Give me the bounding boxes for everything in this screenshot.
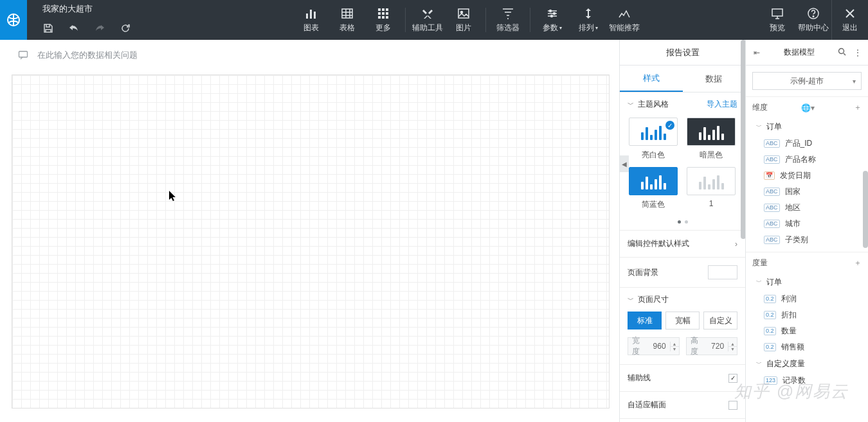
datasource-select[interactable]: 示例-超市▾ bbox=[752, 72, 862, 90]
section-snap: 自适应幅面 bbox=[620, 392, 745, 419]
size-custom[interactable]: 自定义 bbox=[703, 312, 737, 330]
globe-icon[interactable]: 🌐▾ bbox=[801, 103, 815, 112]
toolbar-tools[interactable]: 辅助工具 bbox=[410, 0, 446, 40]
redo-icon bbox=[94, 22, 105, 34]
field[interactable]: 0.2销售额 bbox=[746, 339, 868, 355]
add-dimension[interactable]: ＋ bbox=[854, 102, 862, 113]
toolbar-help[interactable]: 帮助中心 bbox=[795, 0, 831, 40]
undo-icon[interactable] bbox=[68, 22, 80, 34]
toolbar-sep bbox=[530, 8, 530, 32]
toolbar-table[interactable]: 表格 bbox=[329, 0, 365, 40]
toolbar-filter[interactable]: 筛选器 bbox=[490, 0, 526, 40]
theme-pager[interactable] bbox=[629, 216, 736, 225]
field[interactable]: ABC子类别 bbox=[746, 232, 868, 248]
chevron-down-icon: ▾ bbox=[559, 25, 562, 31]
node-order-dim[interactable]: ﹀订单 bbox=[746, 118, 868, 136]
toolbar-more[interactable]: 更多 bbox=[365, 0, 401, 40]
save-icon[interactable] bbox=[42, 22, 54, 34]
toolbar-chart[interactable]: 图表 bbox=[293, 0, 329, 40]
guide-checkbox[interactable]: ✓ bbox=[728, 374, 737, 383]
toolbar-exit-label: 退出 bbox=[842, 22, 858, 33]
main-toolbar: 图表 表格 更多 辅助工具 图片 筛选器 参数▾ 排列▾ 智能推荐 bbox=[293, 0, 642, 40]
toolbar-smart[interactable]: 智能推荐 bbox=[606, 0, 642, 40]
field[interactable]: 0.2利润 bbox=[746, 291, 868, 307]
field[interactable]: ABC产品_ID bbox=[746, 136, 868, 152]
theme-one[interactable]: 1 bbox=[687, 167, 736, 210]
field[interactable]: 123记录数 bbox=[746, 373, 868, 389]
svg-rect-22 bbox=[19, 51, 28, 57]
svg-rect-7 bbox=[386, 8, 388, 11]
snap-label: 自适应幅面 bbox=[628, 400, 666, 410]
theme-dark[interactable]: 暗黑色 bbox=[687, 118, 736, 161]
svg-point-17 bbox=[554, 12, 556, 14]
dimensions-group: 维度🌐▾＋ ﹀订单 ABC产品_ID ABC产品名称 📅发货日期 ABC国家 A… bbox=[746, 96, 868, 248]
chevron-down-icon[interactable]: ﹀ bbox=[628, 100, 634, 109]
bg-color-swatch[interactable] bbox=[708, 265, 737, 279]
toolbar-param-label: 参数 bbox=[543, 22, 558, 33]
node-order-meas[interactable]: ﹀订单 bbox=[746, 274, 868, 291]
app-logo[interactable] bbox=[0, 0, 27, 40]
quick-actions bbox=[42, 13, 131, 40]
snap-checkbox[interactable] bbox=[728, 401, 737, 410]
field[interactable]: ABC城市 bbox=[746, 216, 868, 232]
svg-rect-10 bbox=[386, 12, 388, 15]
section-control-style[interactable]: 编辑控件默认样式› bbox=[620, 231, 745, 258]
toolbar-param[interactable]: 参数▾ bbox=[534, 0, 570, 40]
field[interactable]: 0.2数量 bbox=[746, 323, 868, 339]
calendar-icon: 📅 bbox=[764, 171, 775, 180]
size-standard[interactable]: 标准 bbox=[628, 312, 662, 330]
toolbar-sep bbox=[485, 8, 486, 32]
toolbar-sep bbox=[405, 8, 406, 32]
tab-data[interactable]: 数据 bbox=[683, 66, 746, 92]
node-custom-measure[interactable]: ﹀自定义度量 bbox=[746, 355, 868, 373]
panel-collapse-icon[interactable]: ⇤ bbox=[752, 48, 761, 57]
chevron-down-icon[interactable]: ﹀ bbox=[628, 295, 634, 304]
svg-rect-1 bbox=[306, 13, 308, 19]
more-icon[interactable]: ⋮ bbox=[853, 48, 862, 57]
svg-point-21 bbox=[813, 15, 814, 17]
field[interactable]: ABC地区 bbox=[746, 200, 868, 216]
field[interactable]: 📅发货日期 bbox=[746, 168, 868, 184]
canvas[interactable] bbox=[12, 75, 610, 409]
theme-light[interactable]: ✓ 亮白色 bbox=[629, 118, 678, 161]
chevron-right-icon: › bbox=[735, 240, 737, 249]
width-input[interactable]: 宽度960▲▼ bbox=[628, 337, 680, 355]
add-measure[interactable]: ＋ bbox=[854, 258, 862, 268]
bg-label: 页面背景 bbox=[628, 267, 658, 278]
field[interactable]: ABC产品名称 bbox=[746, 152, 868, 168]
toolbar-filter-label: 筛选器 bbox=[496, 22, 520, 33]
toolbar-arrange-label: 排列 bbox=[579, 22, 594, 33]
spinner-icon[interactable]: ▲▼ bbox=[728, 342, 737, 351]
question-input[interactable]: 在此输入您的数据相关问题 bbox=[0, 40, 619, 71]
field[interactable]: 0.2折扣 bbox=[746, 307, 868, 323]
size-wide[interactable]: 宽幅 bbox=[665, 312, 700, 330]
import-theme-link[interactable]: 导入主题 bbox=[707, 99, 737, 110]
spinner-icon[interactable]: ▲▼ bbox=[670, 342, 679, 351]
svg-rect-14 bbox=[458, 9, 469, 18]
tab-style[interactable]: 样式 bbox=[620, 66, 683, 92]
section-size: ﹀页面尺寸 标准 宽幅 自定义 宽度960▲▼ 高度720▲▼ bbox=[620, 288, 745, 365]
toolbar-image[interactable]: 图片 bbox=[446, 0, 482, 40]
toolbar-arrange[interactable]: 排列▾ bbox=[570, 0, 606, 40]
settings-scrollbar[interactable] bbox=[741, 40, 746, 422]
theme-dark-label: 暗黑色 bbox=[700, 150, 723, 161]
field[interactable]: ABC国家 bbox=[746, 184, 868, 200]
check-icon: ✓ bbox=[665, 121, 674, 130]
toolbar-preview[interactable]: 预览 bbox=[759, 0, 795, 40]
model-scrollbar[interactable] bbox=[863, 66, 868, 168]
chevron-down-icon: ▾ bbox=[595, 25, 598, 31]
toolbar-exit[interactable]: 退出 bbox=[832, 0, 868, 40]
svg-rect-6 bbox=[382, 8, 384, 11]
svg-rect-9 bbox=[382, 12, 384, 15]
height-input[interactable]: 高度720▲▼ bbox=[686, 337, 738, 355]
data-model-panel: ⇤ 数据模型 ⋮ 示例-超市▾ 维度🌐▾＋ ﹀订单 ABC产品_ID ABC产品… bbox=[746, 40, 868, 422]
svg-rect-12 bbox=[382, 16, 384, 19]
svg-rect-19 bbox=[772, 9, 782, 16]
svg-rect-13 bbox=[386, 16, 388, 19]
refresh-icon[interactable] bbox=[120, 22, 131, 34]
svg-rect-11 bbox=[378, 16, 381, 19]
toolbar-table-label: 表格 bbox=[339, 22, 355, 33]
theme-blue[interactable]: 简蓝色 bbox=[629, 167, 678, 210]
search-icon[interactable] bbox=[837, 48, 846, 58]
top-bar: 我家的大超市 图表 表格 更多 辅助工具 图片 筛选器 参数▾ 排列▾ 智能推荐… bbox=[0, 0, 868, 40]
